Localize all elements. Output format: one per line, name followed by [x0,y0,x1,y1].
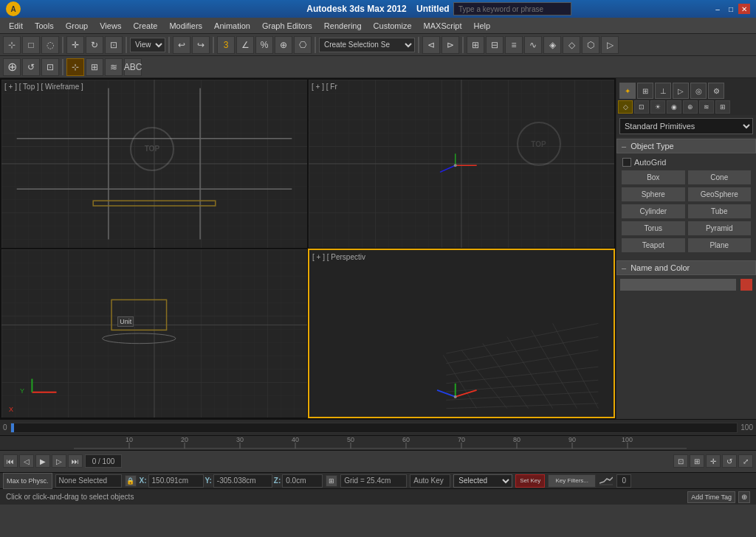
maximize-viewport-btn[interactable]: ⤢ [738,454,753,468]
set-key-btn[interactable]: Set Key [515,474,545,488]
lock-selection-btn[interactable]: 🔒 [125,475,137,487]
object-name-input[interactable] [619,278,737,291]
name-color-header[interactable]: Name and Color [616,260,756,275]
move-tool[interactable]: ✛ [66,36,84,54]
x-coord-field[interactable]: 150.091cm [148,474,204,488]
max-physc-button[interactable]: Max to Physc. [3,473,52,489]
nav-zoom[interactable]: ⊡ [41,58,59,76]
panel-subtab-shapes[interactable]: ⊡ [634,100,649,114]
autogrid-checkbox[interactable] [622,158,631,167]
menu-animation[interactable]: Animation [208,20,256,32]
percent-snap[interactable]: % [255,36,273,54]
panel-tab-utilities[interactable]: ⚙ [708,83,724,99]
nav-pan[interactable]: ⊕ [3,58,21,76]
curve-editor[interactable]: ∿ [524,36,542,54]
menu-create[interactable]: Create [127,20,163,32]
zoom-viewport-btn[interactable]: ⊞ [690,454,704,468]
menu-graph-editors[interactable]: Graph Editors [256,20,318,32]
menu-help[interactable]: Help [468,20,497,32]
search-input[interactable] [453,2,571,15]
create-selection-dropdown[interactable]: Create Selection Se [319,38,415,52]
viewport-bottom-left[interactable]: X Y Unit [1,249,308,418]
menu-tools[interactable]: Tools [29,20,60,32]
panel-subtab-cameras[interactable]: ◉ [667,100,681,114]
viewport-top-right[interactable]: [ + ] [ Fr [308,79,615,249]
btn-pyramid[interactable]: Pyramid [687,221,752,236]
go-end-btn[interactable]: ⏭ [68,454,83,468]
key-filters-btn[interactable]: Key Filters... [548,474,596,488]
menu-modifiers[interactable]: Modifiers [163,20,208,32]
menu-maxscript[interactable]: MAXScript [418,20,468,32]
menu-views[interactable]: Views [94,20,127,32]
panel-tab-modify[interactable]: ⊞ [637,83,653,99]
nav-toggle2[interactable]: ⊞ [86,58,103,76]
scale-tool[interactable]: ⊡ [105,36,123,54]
link-tool[interactable]: ⎔ [294,36,312,54]
nav-orbit[interactable]: ↺ [22,58,40,76]
btn-plane[interactable]: Plane [687,238,752,253]
named-sel-1[interactable]: ⊲ [422,36,440,54]
btn-sphere[interactable]: Sphere [621,187,686,202]
btn-teapot[interactable]: Teapot [621,238,686,253]
align-tool[interactable]: ⊟ [486,36,504,54]
mirror-tool[interactable]: ⊞ [467,36,484,54]
btn-torus[interactable]: Torus [621,221,686,236]
btn-box[interactable]: Box [621,170,686,185]
panel-tab-create[interactable]: ✦ [619,83,636,99]
menu-edit[interactable]: Edit [3,20,29,32]
btn-tube[interactable]: Tube [687,204,752,219]
time-tag-icon[interactable]: ⊕ [738,491,750,503]
next-frame-btn[interactable]: ▷ [52,454,66,468]
prev-frame-btn[interactable]: ◁ [19,454,34,468]
snap-options[interactable]: ⊕ [275,36,292,54]
panel-subtab-spacewarps[interactable]: ≋ [699,100,714,114]
nav-toggle1[interactable]: ⊹ [66,58,84,76]
menu-group[interactable]: Group [60,20,94,32]
view-dropdown[interactable]: View [130,38,165,52]
menu-customize[interactable]: Customize [368,20,418,32]
go-start-btn[interactable]: ⏮ [3,454,18,468]
schematic-view[interactable]: ◈ [543,36,561,54]
grid-toggle[interactable]: ⊞ [326,475,337,487]
nav-toggle4[interactable]: ABC [124,58,142,76]
rotate-tool[interactable]: ↻ [86,36,103,54]
render-btn[interactable]: ▷ [601,36,619,54]
panel-subtab-helpers[interactable]: ⊕ [683,100,698,114]
selected-dropdown[interactable]: Selected [453,474,512,488]
viewport-perspective[interactable]: [ + ] [ Perspectiv [308,249,615,418]
panel-tab-motion[interactable]: ▷ [673,83,689,99]
color-swatch[interactable] [740,278,753,291]
layer-tool[interactable]: ≡ [505,36,523,54]
undo-btn[interactable]: ↩ [173,36,190,54]
material-editor[interactable]: ◇ [563,36,580,54]
z-coord-field[interactable]: 0.0cm [282,474,323,488]
select-tool[interactable]: ⊹ [3,36,21,54]
panel-tab-display[interactable]: ◎ [690,83,707,99]
y-coord-field[interactable]: -305.038cm [213,474,272,488]
btn-cone[interactable]: Cone [687,170,752,185]
nav-toggle3[interactable]: ≋ [105,58,123,76]
menu-rendering[interactable]: Rendering [318,20,368,32]
panel-subtab-lights[interactable]: ☀ [650,100,665,114]
btn-cylinder[interactable]: Cylinder [621,204,686,219]
orbit-viewport-btn[interactable]: ↺ [722,454,737,468]
redo-btn[interactable]: ↪ [192,36,210,54]
panel-subtab-geo[interactable]: ◇ [618,100,633,114]
named-sel-2[interactable]: ⊳ [441,36,459,54]
play-btn[interactable]: ▶ [35,454,50,468]
panel-tab-hierarchy[interactable]: ⊥ [655,83,671,99]
pan-viewport-btn[interactable]: ✛ [706,454,721,468]
add-time-tag-btn[interactable]: Add Time Tag [687,491,735,503]
btn-geosphere[interactable]: GeoSphere [687,187,752,202]
rect-select[interactable]: □ [22,36,40,54]
search-bar[interactable] [453,2,571,15]
timeline-track[interactable] [10,423,738,433]
angle-snap[interactable]: ∠ [236,36,254,54]
primitive-type-dropdown[interactable]: Standard Primitives [619,118,753,134]
viewport-top-left[interactable]: [ + ] [ Top ] [ Wireframe ] [1,79,308,249]
panel-subtab-systems[interactable]: ⊞ [715,100,730,114]
snap-toggle[interactable]: 3 [217,36,235,54]
close-button[interactable]: ✕ [738,4,750,14]
minimize-button[interactable]: – [712,4,724,14]
maximize-button[interactable]: □ [725,4,737,14]
